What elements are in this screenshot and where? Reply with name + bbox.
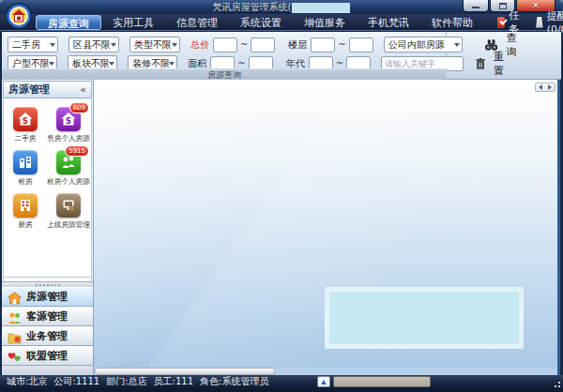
shortcut-label: 售房个人房源: [47, 133, 90, 143]
right-window-border: [557, 80, 560, 375]
reminder-icon: [536, 17, 543, 28]
app-logo-icon[interactable]: [5, 2, 33, 30]
floor-label: 楼层: [288, 38, 307, 52]
sidebar-header: 房源管理 «: [3, 81, 92, 98]
badge-count: 609: [69, 102, 89, 113]
floor-min-input[interactable]: [311, 38, 335, 53]
type-dropdown[interactable]: 类型不限: [129, 37, 180, 53]
accordion-business-management[interactable]: 业务管理: [2, 326, 93, 346]
price-max-input[interactable]: [251, 38, 275, 53]
dropdown-arrow-icon: [172, 43, 177, 47]
shortcut-secondhand-house[interactable]: S 二手房: [4, 107, 46, 143]
folder-icon: [8, 330, 22, 343]
accordion-label: 业务管理: [26, 329, 68, 343]
tilde-separator: ~: [336, 58, 343, 68]
status-department: 部门:总店: [106, 375, 146, 388]
horizontal-scrollbar[interactable]: [95, 368, 557, 375]
tab-system-settings[interactable]: 系统设置: [229, 15, 293, 30]
status-role: 角色:系统管理员: [200, 375, 268, 388]
shortcut-label: 新房: [18, 219, 32, 229]
district-value: 区县不限: [73, 38, 111, 52]
scrollbar-thumb[interactable]: [95, 368, 275, 375]
accordion-alliance-management[interactable]: 联盟管理: [2, 346, 93, 366]
tab-utilities[interactable]: 实用工具: [101, 15, 165, 30]
status-city: 城市:北京: [7, 375, 47, 388]
accordion-customer-management[interactable]: 客源管理: [2, 307, 93, 326]
app-window: 梵讯房屋管理系统( ✕ 房源查询 实用工具 信息管理 系统设置 增值服务 手机梵…: [0, 0, 563, 392]
dropdown-arrow-icon: [454, 43, 460, 47]
shortcut-label: 租房个人房源: [47, 176, 90, 186]
shortcut-online-listing-management[interactable]: 上线房源管理: [46, 193, 91, 230]
type-value: 类型不限: [134, 38, 172, 52]
shortcut-rental-house[interactable]: 租房: [4, 150, 46, 187]
shortcut-sale-personal-listings[interactable]: S 609 售房个人房源: [46, 107, 91, 143]
company-source-dropdown[interactable]: 公司内部房源: [384, 37, 464, 53]
dropdown-arrow-icon: [109, 62, 114, 66]
svg-text:S: S: [23, 117, 28, 126]
shortcut-grid: S 二手房 S 609 售房个人房源 租房: [3, 99, 92, 278]
tab-scroll-buttons[interactable]: [535, 83, 555, 92]
secondhand-house-icon: S: [13, 107, 38, 131]
reset-button-label: 重置: [489, 50, 509, 78]
status-up-arrow-button[interactable]: [317, 376, 330, 387]
reset-button[interactable]: 重置: [475, 50, 509, 78]
badge-count: 5915: [65, 145, 89, 157]
task-check-icon: [497, 17, 505, 28]
collapse-sidebar-button[interactable]: «: [80, 83, 86, 96]
shortcut-new-house[interactable]: 新房: [4, 193, 46, 230]
scroll-right-icon: [548, 84, 552, 90]
accordion-label: 客源管理: [26, 309, 68, 324]
trash-icon: [475, 57, 486, 70]
accordion-property-management[interactable]: 房源管理: [2, 287, 93, 307]
hearts-icon: [8, 350, 22, 363]
people-icon: [8, 310, 22, 324]
ribbon-group-label: 房源查询: [2, 68, 447, 80]
minimize-icon: [472, 7, 479, 8]
shortcut-label: 二手房: [14, 133, 36, 143]
tab-info-management[interactable]: 信息管理: [165, 15, 229, 30]
price-min-input[interactable]: [213, 38, 237, 53]
accordion-label: 联盟管理: [26, 349, 68, 363]
resize-grip[interactable]: [552, 379, 560, 387]
content-area: [95, 80, 557, 375]
sidebar: 房源管理 « S 二手房 S 609 售房个人房源: [2, 80, 94, 375]
sale-personal-icon: S 609: [56, 107, 81, 131]
rent-personal-icon: 5915: [56, 150, 81, 174]
main-area: 房源管理 « S 二手房 S 609 售房个人房源: [2, 80, 560, 375]
rental-house-icon: [13, 150, 38, 174]
svg-text:S: S: [66, 117, 71, 126]
shortcut-rent-personal-listings[interactable]: 5915 租房个人房源: [46, 150, 91, 187]
tab-software-help[interactable]: 软件帮助: [420, 15, 484, 30]
new-house-icon: [13, 193, 38, 218]
status-employee: 员工:111: [154, 375, 193, 388]
status-redaction-box: [333, 376, 431, 387]
dropdown-arrow-icon: [111, 43, 116, 47]
tilde-separator: ~: [338, 39, 345, 50]
tab-mobile-fanxun[interactable]: 手机梵讯: [357, 15, 420, 30]
sidebar-footer: [2, 366, 93, 375]
shortcut-label: 上线房源管理: [47, 219, 90, 229]
company-source-value: 公司内部房源: [388, 38, 445, 52]
ribbon-panel: 二手房 区县不限 类型不限 总价 ~ 楼层 ~: [2, 32, 561, 80]
shortcut-label: 租房: [18, 176, 32, 186]
tab-value-added-services[interactable]: 增值服务: [293, 15, 357, 30]
window-title-text: 梵讯房屋管理系统(: [213, 2, 292, 12]
online-listing-icon: [56, 193, 81, 218]
tab-property-search[interactable]: 房源查询: [36, 15, 101, 30]
sidebar-title: 房源管理: [8, 83, 80, 97]
dropdown-arrow-icon: [50, 43, 55, 47]
dropdown-arrow-icon: [49, 62, 54, 66]
dropdown-arrow-icon: [169, 62, 175, 66]
menu-bar: 房源查询 实用工具 信息管理 系统设置 增值服务 手机梵讯 软件帮助 任务 提醒…: [0, 14, 563, 31]
property-search-group: 二手房 区县不限 类型不限 总价 ~ 楼层 ~: [2, 32, 447, 80]
category-dropdown[interactable]: 二手房: [8, 37, 58, 53]
price-label: 总价: [190, 38, 209, 52]
status-bar: 城市:北京 公司:1111 部门:总店 员工:111 角色:系统管理员: [0, 375, 563, 388]
floor-max-input[interactable]: [349, 38, 373, 53]
title-redaction: [292, 3, 350, 13]
watermark-redaction: [325, 287, 524, 349]
bottom-window-border: [0, 388, 563, 392]
status-company: 公司:1111: [53, 375, 99, 388]
category-value: 二手房: [12, 38, 40, 52]
district-dropdown[interactable]: 区县不限: [68, 37, 119, 53]
